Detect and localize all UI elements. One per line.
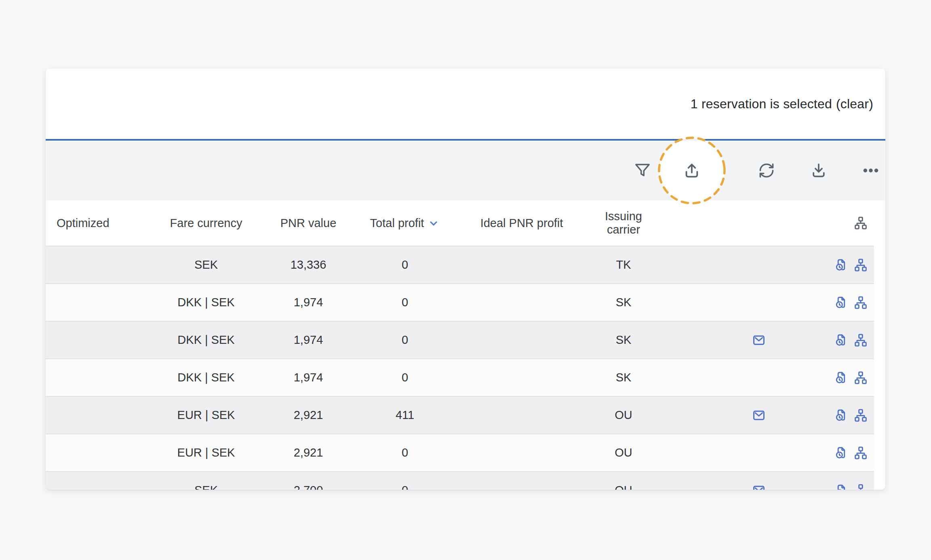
hierarchy-column-header-icon[interactable]: [853, 216, 868, 230]
download-icon: [810, 162, 828, 179]
table-row[interactable]: SEK 13,336 0 TK: [46, 246, 874, 283]
filter-button[interactable]: [630, 158, 655, 183]
upload-button[interactable]: [680, 158, 704, 183]
table-body: SEK 13,336 0 TK: [46, 246, 885, 490]
funnel-icon: [634, 162, 651, 179]
cell-pnr-value: 2,700: [261, 484, 355, 490]
mail-icon[interactable]: [752, 333, 766, 347]
selection-status-text: 1 reservation is selected: [691, 97, 832, 111]
column-header-issuing-carrier[interactable]: Issuing carrier: [589, 210, 658, 236]
column-header-pnr-value[interactable]: PNR value: [261, 217, 355, 230]
cell-pnr-value: 13,336: [261, 258, 355, 272]
cell-total-profit: 0: [355, 296, 455, 309]
cell-total-profit: 0: [355, 333, 455, 347]
cell-issuing-carrier: SK: [589, 371, 658, 384]
cell-fare-currency: DKK | SEK: [151, 371, 261, 384]
selection-header: 1 reservation is selected(clear): [46, 69, 885, 141]
document-history-icon[interactable]: [834, 295, 849, 310]
column-header-fare-currency[interactable]: Fare currency: [151, 217, 261, 230]
refresh-button[interactable]: [754, 158, 779, 183]
refresh-icon: [758, 162, 775, 179]
hierarchy-icon[interactable]: [853, 295, 868, 310]
table-row[interactable]: DKK | SEK 1,974 0 SK: [46, 358, 874, 396]
ellipsis-icon: [862, 162, 880, 179]
hierarchy-icon[interactable]: [853, 258, 868, 272]
hierarchy-icon[interactable]: [853, 333, 868, 347]
table-row[interactable]: DKK | SEK 1,974 0 SK: [46, 283, 874, 321]
cell-issuing-carrier: SK: [589, 333, 658, 347]
cell-fare-currency: EUR | SEK: [151, 446, 261, 459]
hierarchy-icon[interactable]: [853, 371, 868, 385]
document-history-icon[interactable]: [834, 258, 849, 272]
column-header-total-profit-label: Total profit: [370, 217, 424, 230]
table-row[interactable]: SEK 2,700 0 OU: [46, 471, 874, 490]
cell-fare-currency: DKK | SEK: [151, 296, 261, 309]
upload-icon: [682, 161, 701, 180]
cell-fare-currency: DKK | SEK: [151, 333, 261, 347]
cell-issuing-carrier: OU: [589, 484, 658, 490]
cell-issuing-carrier: OU: [589, 446, 658, 459]
table-row[interactable]: EUR | SEK 2,921 411 OU: [46, 396, 874, 434]
mail-icon[interactable]: [752, 408, 766, 422]
document-history-icon[interactable]: [834, 446, 849, 460]
clear-selection-link[interactable]: (clear): [836, 97, 873, 111]
cell-pnr-value: 1,974: [261, 296, 355, 309]
hierarchy-icon[interactable]: [853, 446, 868, 460]
document-history-icon[interactable]: [834, 371, 849, 385]
table-row[interactable]: DKK | SEK 1,974 0 SK: [46, 321, 874, 358]
table-toolbar: [46, 141, 885, 200]
cell-issuing-carrier: OU: [589, 408, 658, 422]
cell-total-profit: 0: [355, 371, 455, 384]
cell-fare-currency: EUR | SEK: [151, 408, 261, 422]
reservations-panel: 1 reservation is selected(clear): [46, 69, 885, 490]
cell-total-profit: 0: [355, 484, 455, 490]
cell-issuing-carrier: SK: [589, 296, 658, 309]
document-history-icon[interactable]: [834, 483, 849, 490]
cell-total-profit: 411: [355, 408, 455, 422]
hierarchy-icon[interactable]: [853, 483, 868, 490]
page: 1 reservation is selected(clear): [0, 0, 931, 560]
cell-pnr-value: 2,921: [261, 408, 355, 422]
table-header-row: Optimized Fare currency PNR value Total …: [46, 200, 874, 246]
hierarchy-icon[interactable]: [853, 408, 868, 423]
sort-desc-chevron-icon: [428, 219, 440, 229]
cell-issuing-carrier: TK: [589, 258, 658, 272]
more-button[interactable]: [859, 158, 883, 183]
cell-total-profit: 0: [355, 446, 455, 459]
cell-total-profit: 0: [355, 258, 455, 272]
document-history-icon[interactable]: [834, 408, 849, 423]
download-button[interactable]: [807, 158, 831, 183]
document-history-icon[interactable]: [834, 333, 849, 347]
column-header-total-profit[interactable]: Total profit: [355, 217, 455, 230]
cell-pnr-value: 2,921: [261, 446, 355, 459]
mail-icon[interactable]: [752, 484, 766, 490]
cell-fare-currency: SEK: [151, 484, 261, 490]
selection-status: 1 reservation is selected(clear): [691, 97, 873, 112]
table-row[interactable]: EUR | SEK 2,921 0 OU: [46, 434, 874, 471]
cell-pnr-value: 1,974: [261, 333, 355, 347]
cell-pnr-value: 1,974: [261, 371, 355, 384]
column-header-optimized[interactable]: Optimized: [46, 217, 151, 230]
cell-fare-currency: SEK: [151, 258, 261, 272]
column-header-ideal-pnr-profit[interactable]: Ideal PNR profit: [455, 217, 589, 230]
